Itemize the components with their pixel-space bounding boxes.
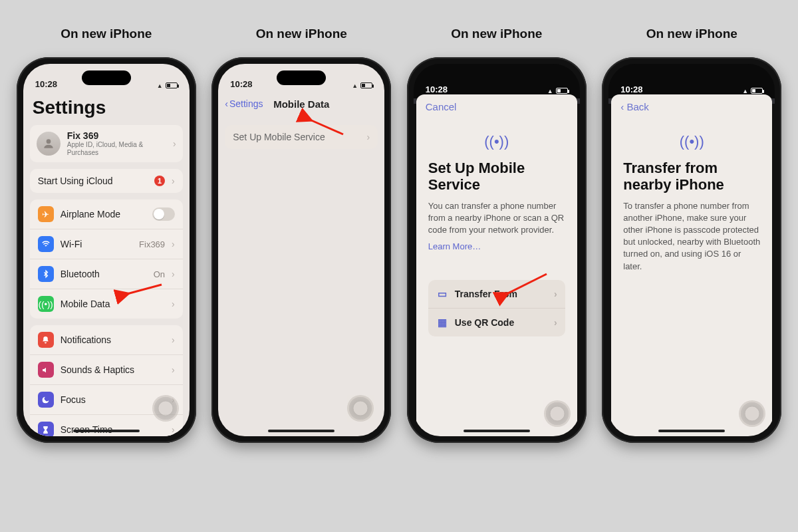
chevron-right-icon: › — [172, 299, 175, 309]
row-label: Airplane Mode — [61, 209, 146, 219]
row-label: Set Up Mobile Service — [233, 132, 360, 142]
airplane-toggle[interactable] — [152, 207, 175, 221]
wifi-icon — [547, 86, 553, 94]
sheet-title: Set Up Mobile Service — [428, 160, 565, 194]
qr-code-row[interactable]: ▦ Use QR Code › — [428, 309, 565, 336]
dynamic-island — [277, 70, 326, 85]
phone-frame-4: 10:28 ‹ Back ((•)) Transfer from nearby … — [602, 57, 781, 443]
home-indicator[interactable] — [73, 430, 140, 432]
airplane-mode-row[interactable]: ✈ Airplane Mode — [30, 200, 183, 229]
screen-1: 10:28 Settings Fix 369 Apple ID, iCloud,… — [23, 64, 190, 436]
status-icons — [742, 86, 763, 94]
sheet-description: To transfer a phone number from another … — [623, 200, 760, 273]
moon-icon — [38, 392, 54, 408]
sheet-body: ((•)) Transfer from nearby iPhone To tra… — [611, 118, 772, 436]
back-label: Settings — [229, 98, 263, 109]
phone-frame-2: 10:28 ‹ Settings Mobile Data Set Up Mobi… — [211, 57, 391, 443]
sounds-row[interactable]: Sounds & Haptics › — [30, 355, 183, 385]
notifications-row[interactable]: Notifications › — [30, 325, 183, 355]
row-label: Sounds & Haptics — [61, 364, 165, 375]
home-indicator[interactable] — [464, 430, 530, 432]
step-4: On new iPhone 10:28 ‹ Back ((•)) Transfe… — [600, 27, 784, 443]
dynamic-island — [82, 70, 131, 85]
home-indicator[interactable] — [268, 430, 334, 432]
wifi-icon — [352, 81, 358, 89]
sheet-body: ((•)) Set Up Mobile Service You can tran… — [416, 118, 577, 436]
back-button[interactable]: ‹ Back — [620, 101, 649, 112]
phone-icon: ▭ — [436, 288, 448, 300]
setup-mobile-service-row[interactable]: Set Up Mobile Service › — [225, 125, 378, 149]
start-icloud-row[interactable]: Start Using iCloud 1 › — [30, 169, 183, 193]
chevron-right-icon: › — [172, 269, 175, 279]
assistive-touch[interactable] — [347, 395, 374, 422]
status-time: 10:28 — [230, 79, 252, 89]
antenna-icon: ((•)) — [623, 128, 760, 160]
assistive-touch[interactable] — [152, 395, 179, 422]
speaker-icon — [38, 362, 54, 378]
status-icons — [352, 81, 372, 89]
wifi-icon — [742, 86, 748, 94]
tutorial-stage: On new iPhone 10:28 Settings — [0, 0, 798, 443]
status-time: 10:28 — [620, 84, 642, 94]
caption-4: On new iPhone — [646, 27, 737, 41]
phone-frame-3: 10:28 Cancel ((•)) Set Up Mobile Service… — [407, 57, 587, 443]
bell-icon — [38, 332, 54, 348]
caption-3: On new iPhone — [451, 27, 542, 41]
nav-bar: ‹ Settings Mobile Data — [218, 92, 384, 116]
assistive-touch[interactable] — [544, 400, 571, 427]
status-time: 10:28 — [35, 79, 57, 89]
cancel-button[interactable]: Cancel — [426, 101, 457, 112]
row-value: Fix369 — [139, 239, 165, 249]
chevron-right-icon: › — [172, 239, 175, 249]
hourglass-icon — [38, 422, 54, 436]
chevron-right-icon: › — [173, 138, 176, 149]
row-label: Mobile Data — [61, 299, 165, 309]
chevron-right-icon: › — [172, 424, 175, 435]
step-1: On new iPhone 10:28 Settings — [15, 27, 198, 443]
step-2: On new iPhone 10:28 ‹ Settings Mobile Da… — [210, 27, 394, 443]
antenna-icon: ((•)) — [428, 128, 565, 160]
setup-options: ▭ Transfer From › ▦ Use QR Code › — [428, 280, 565, 336]
network-group: ✈ Airplane Mode Wi-Fi Fix369 › — [30, 200, 183, 319]
screen-2: 10:28 ‹ Settings Mobile Data Set Up Mobi… — [218, 64, 384, 436]
row-label: Notifications — [61, 334, 165, 345]
antenna-icon: ((•)) — [38, 296, 54, 312]
status-bar: 10:28 — [414, 64, 580, 98]
badge-count: 1 — [154, 176, 165, 186]
mobile-data-row[interactable]: ((•)) Mobile Data › — [30, 289, 183, 319]
qr-icon: ▦ — [436, 317, 448, 329]
learn-more-link[interactable]: Learn More… — [428, 241, 481, 251]
phone-frame-1: 10:28 Settings Fix 369 Apple ID, iCloud,… — [17, 57, 196, 443]
sheet-header: ‹ Back — [611, 94, 772, 118]
row-label: Focus — [61, 394, 165, 405]
caption-2: On new iPhone — [256, 27, 347, 41]
sheet-title: Transfer from nearby iPhone — [623, 160, 760, 194]
wifi-icon — [38, 236, 54, 252]
status-icons — [547, 86, 568, 94]
transfer-from-row[interactable]: ▭ Transfer From › — [428, 280, 565, 309]
status-icons — [157, 81, 178, 89]
home-indicator[interactable] — [658, 430, 725, 432]
nav-title: Mobile Data — [273, 98, 329, 110]
wifi-icon — [157, 81, 163, 89]
status-bar: 10:28 — [608, 64, 775, 98]
profile-name: Fix 369 — [67, 130, 166, 141]
chevron-right-icon: › — [554, 289, 557, 299]
bluetooth-icon — [38, 266, 54, 282]
step-3: On new iPhone 10:28 Cancel ((•)) Set Up … — [405, 27, 589, 443]
page-title: Settings — [23, 92, 190, 122]
sheet-header: Cancel — [416, 94, 577, 118]
battery-icon — [166, 82, 178, 88]
bluetooth-row[interactable]: Bluetooth On › — [30, 259, 183, 289]
mobile-data-group: Set Up Mobile Service › — [225, 125, 378, 149]
caption-1: On new iPhone — [61, 27, 152, 41]
assistive-touch[interactable] — [739, 400, 765, 427]
chevron-right-icon: › — [172, 364, 175, 375]
row-label: Wi-Fi — [61, 239, 132, 249]
apple-id-row[interactable]: Fix 369 Apple ID, iCloud, Media & Purcha… — [30, 125, 183, 162]
back-button[interactable]: ‹ Settings — [225, 98, 263, 109]
icloud-group: Start Using iCloud 1 › — [30, 169, 183, 193]
option-label: Use QR Code — [455, 317, 547, 328]
wifi-row[interactable]: Wi-Fi Fix369 › — [30, 229, 183, 259]
status-time: 10:28 — [426, 84, 448, 94]
